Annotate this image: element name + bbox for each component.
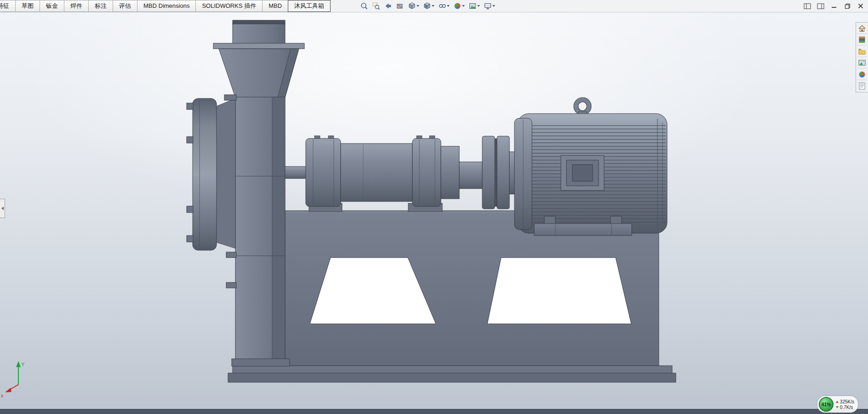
network-monitor-widget[interactable]: 41% 325K/s 0.7K/s	[817, 396, 858, 413]
task-pane	[856, 22, 868, 92]
chevron-down-icon[interactable]	[477, 5, 480, 7]
inlet-bolt-tab	[187, 137, 193, 143]
casing-bolt-tab	[226, 282, 236, 288]
hide-show-items-icon[interactable]	[438, 2, 446, 11]
chevron-down-icon[interactable]	[417, 5, 419, 7]
casing-bolt-tab	[226, 252, 236, 258]
inlet-bolt-tab	[187, 103, 193, 109]
tab-weldments[interactable]: 焊件	[64, 0, 89, 12]
casing-bolt-tab	[224, 95, 236, 100]
zoom-to-fit-icon[interactable]	[360, 2, 368, 11]
percent-value: 41%	[822, 402, 831, 407]
fan-shaft	[285, 167, 307, 178]
orientation-triad[interactable]: Y x	[1, 361, 25, 398]
zoom-to-area-icon[interactable]	[371, 2, 380, 11]
upload-arrow-icon	[836, 401, 839, 403]
tab-addins[interactable]: SOLIDWORKS 插件	[195, 0, 263, 12]
base-cutout-right	[487, 258, 631, 324]
tab-sheet-metal[interactable]: 钣金	[40, 0, 64, 12]
inlet-bolt-tab	[187, 206, 193, 213]
download-rate: 0.7K/s	[836, 405, 854, 410]
view-settings-icon[interactable]	[483, 2, 492, 11]
feature-tree-collapsed-tab[interactable]	[0, 199, 5, 218]
download-arrow-icon	[836, 406, 839, 408]
fan-inlet-assembly[interactable]	[187, 95, 236, 288]
tab-mbd[interactable]: MBD	[262, 0, 288, 12]
chevron-left-icon	[1, 207, 4, 210]
tab-evaluate[interactable]: 评估	[113, 0, 137, 12]
apply-scene-icon[interactable]	[468, 2, 477, 11]
coupling[interactable]	[459, 136, 519, 209]
custom-properties-icon[interactable]	[857, 81, 867, 91]
view-orientation-icon[interactable]	[407, 2, 416, 11]
display-style-icon[interactable]	[423, 2, 431, 11]
previous-view-icon[interactable]	[383, 2, 392, 11]
chevron-down-icon[interactable]	[432, 5, 434, 7]
pane-right-icon[interactable]	[816, 1, 825, 11]
solidworks-window: { "command_tabs": { "items": [ {"label":…	[0, 0, 868, 414]
motor-foot	[544, 216, 555, 224]
motor-junction-box	[561, 155, 604, 190]
tab-features[interactable]: 特征	[0, 0, 16, 12]
base-plates[interactable]	[228, 366, 676, 382]
headsup-view-toolbar	[360, 0, 495, 12]
chevron-down-icon[interactable]	[492, 5, 495, 7]
battery-percent-ring: 41%	[819, 397, 834, 412]
appearances-scenes-icon[interactable]	[857, 69, 867, 80]
taskbar-sliver[interactable]	[0, 409, 868, 414]
tab-mbd-dimensions[interactable]: MBD Dimensions	[137, 0, 196, 12]
chevron-down-icon[interactable]	[447, 5, 450, 7]
model-3d-view: Y x	[0, 0, 868, 414]
bearing-housing[interactable]	[285, 136, 459, 212]
download-value: 0.7K/s	[840, 405, 853, 410]
window-controls	[803, 0, 865, 12]
close-button[interactable]	[856, 1, 865, 11]
solidworks-resources-icon[interactable]	[857, 23, 867, 34]
upload-value: 325K/s	[840, 399, 854, 404]
triad-x-label: x	[1, 393, 3, 398]
triad-y-label: Y	[21, 362, 25, 367]
section-view-icon[interactable]	[395, 2, 404, 11]
fan-outlet-duct[interactable]	[213, 20, 304, 98]
tab-mufeng-toolbox[interactable]: 沐风工具箱	[288, 0, 331, 12]
chevron-down-icon[interactable]	[462, 5, 465, 7]
command-manager-tabs: 特征 草图 钣金 焊件 标注 评估 MBD Dimensions SOLIDWO…	[0, 0, 331, 12]
tab-sketch[interactable]: 草图	[15, 0, 40, 12]
upload-rate: 325K/s	[836, 399, 854, 404]
inlet-bolt-tab	[187, 236, 193, 242]
edit-appearance-icon[interactable]	[453, 2, 462, 11]
electric-motor[interactable]	[514, 98, 667, 236]
fan-volute-column[interactable]	[232, 97, 290, 366]
tab-markup[interactable]: 标注	[88, 0, 113, 12]
design-library-icon[interactable]	[857, 35, 867, 46]
motor-foot	[611, 216, 622, 224]
view-palette-icon[interactable]	[857, 58, 867, 69]
motor-mounting-plate	[534, 224, 632, 236]
pane-left-icon[interactable]	[803, 1, 812, 11]
minimize-button[interactable]	[829, 1, 839, 11]
restore-button[interactable]	[843, 1, 852, 11]
file-explorer-icon[interactable]	[857, 46, 867, 57]
